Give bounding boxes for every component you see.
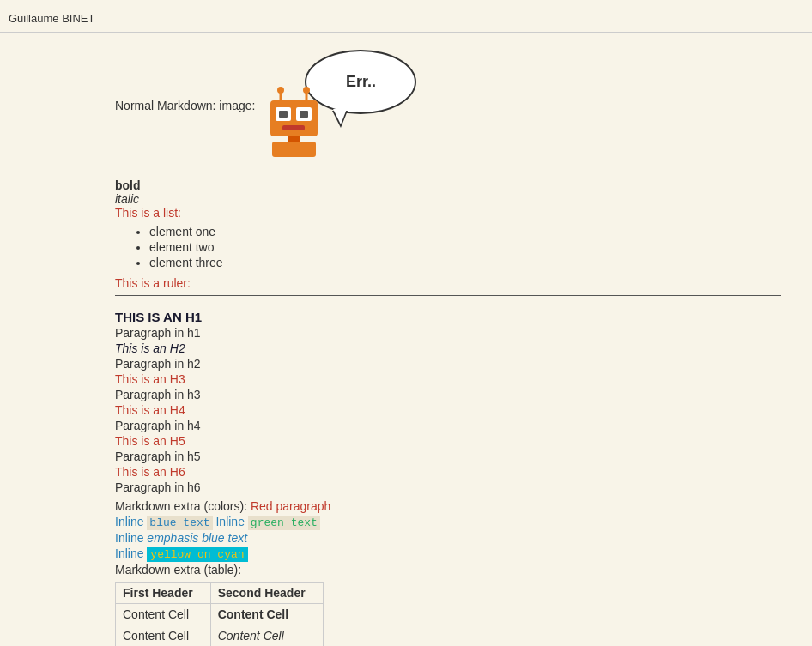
image-section: Normal Markdown: image: Err.. bbox=[115, 50, 781, 161]
app-title: Guillaume BINET bbox=[0, 9, 812, 33]
markdown-table: First Header Second Header Content Cell … bbox=[115, 582, 324, 646]
list-item: element three bbox=[149, 256, 781, 269]
h5-text: This is an H5 bbox=[115, 434, 781, 448]
inline-blue-green-line: Inline blue text Inline green text bbox=[115, 515, 781, 529]
svg-rect-11 bbox=[272, 142, 316, 157]
robot-svg bbox=[262, 85, 326, 158]
inline-emphasis-line: Inline emphasis blue text bbox=[115, 531, 781, 545]
svg-rect-9 bbox=[282, 125, 305, 130]
md-extra-prefix: Markdown extra (colors): bbox=[115, 499, 251, 513]
h3-text: This is an H3 bbox=[115, 372, 781, 386]
image-label: Normal Markdown: image: bbox=[115, 99, 255, 112]
h2-text: This is an H2 bbox=[115, 341, 781, 355]
table-header-0: First Header bbox=[116, 583, 211, 604]
list-label: This is a list: bbox=[115, 206, 781, 220]
svg-rect-6 bbox=[279, 111, 288, 118]
inline-yellow-code: yellow on cyan bbox=[147, 547, 247, 562]
table-header-1: Second Header bbox=[210, 583, 323, 604]
svg-point-1 bbox=[277, 87, 284, 94]
list-item: element one bbox=[149, 225, 781, 238]
h1-text: THIS IS AN H1 bbox=[115, 310, 781, 324]
inline-blue-prefix: Inline bbox=[115, 515, 147, 528]
bold-text: bold bbox=[115, 178, 781, 192]
table-label: Markdown extra (table): bbox=[115, 563, 781, 577]
para-h3: Paragraph in h3 bbox=[115, 388, 781, 401]
robot-image: Err.. bbox=[262, 50, 451, 161]
italic-text: italic bbox=[115, 192, 781, 206]
table-cell-1-1: Content Cell bbox=[210, 625, 323, 647]
svg-rect-10 bbox=[288, 136, 300, 142]
table-header-row: First Header Second Header bbox=[116, 583, 324, 604]
inline-emphasis-text: emphasis blue text bbox=[147, 531, 247, 545]
inline-green-code: green text bbox=[248, 516, 320, 530]
main-content: Normal Markdown: image: Err.. bbox=[0, 41, 807, 646]
svg-rect-8 bbox=[300, 111, 308, 118]
para-h4: Paragraph in h4 bbox=[115, 419, 781, 432]
table-row: Content Cell Content Cell bbox=[116, 604, 324, 625]
robot-body bbox=[262, 85, 326, 161]
svg-point-3 bbox=[303, 87, 310, 94]
inline-emphasis-prefix: Inline bbox=[115, 531, 147, 545]
table-cell-1-0: Content Cell bbox=[116, 625, 211, 647]
list-item: element two bbox=[149, 240, 781, 254]
table-cell-0-1: Content Cell bbox=[210, 604, 323, 625]
table-cell-bold: Content Cell bbox=[218, 607, 288, 621]
content-ruler bbox=[115, 295, 781, 296]
md-red-para: Red paragraph bbox=[251, 499, 330, 513]
inline-yellow-line: Inline yellow on cyan bbox=[115, 546, 781, 561]
para-h2: Paragraph in h2 bbox=[115, 357, 781, 371]
table-row: Content Cell Content Cell bbox=[116, 625, 324, 647]
ruler-label: This is a ruler: bbox=[115, 276, 781, 290]
para-h1: Paragraph in h1 bbox=[115, 326, 781, 340]
inline-yellow-prefix: Inline bbox=[115, 546, 147, 560]
inline-green-prefix: Inline bbox=[215, 515, 247, 528]
content-list: element one element two element three bbox=[149, 225, 781, 269]
md-extra-label: Markdown extra (colors): Red paragraph bbox=[115, 499, 781, 513]
table-cell-0-0: Content Cell bbox=[116, 604, 211, 625]
inline-blue-code: blue text bbox=[147, 516, 212, 530]
h6-text: This is an H6 bbox=[115, 465, 781, 479]
h4-text: This is an H4 bbox=[115, 403, 781, 417]
para-h6: Paragraph in h6 bbox=[115, 480, 781, 494]
para-h5: Paragraph in h5 bbox=[115, 450, 781, 463]
